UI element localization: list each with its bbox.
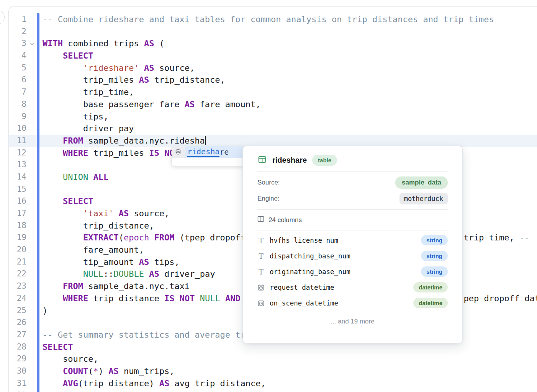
line-number: 11 <box>9 135 26 147</box>
code-line[interactable]: source, <box>43 353 537 365</box>
columns-icon <box>257 216 264 224</box>
column-type-badge: datetime <box>413 298 448 308</box>
string-type-icon: T <box>257 268 265 276</box>
line-number: 3 <box>9 38 26 50</box>
column-name: on_scene_datetime <box>270 299 338 307</box>
code-line[interactable]: base_passenger_fare AS fare_amount, <box>43 98 537 111</box>
code-line[interactable]: driver_pay <box>43 122 537 135</box>
code-line[interactable]: trip_miles AS trip_distance, <box>43 74 537 86</box>
text-cursor <box>205 136 206 145</box>
code-line[interactable]: FROM sample_data.nyc.ridesha <box>43 135 537 147</box>
line-number: 30 <box>9 365 26 377</box>
column-row: request_datetimedatetime <box>257 279 448 295</box>
column-name: request_datetime <box>270 284 334 291</box>
code-line[interactable]: AVG(trip_distance) AS avg_trip_distance, <box>43 377 537 390</box>
line-number: 21 <box>9 256 26 268</box>
line-number: 19 <box>9 232 26 244</box>
autocomplete-dropdown: rideshare <box>172 146 244 166</box>
line-number: 26 <box>9 317 26 329</box>
line-number: 9 <box>9 111 26 123</box>
column-type-badge: string <box>421 266 448 277</box>
line-number: 23 <box>9 280 26 292</box>
line-number: 6 <box>9 74 26 86</box>
column-type-badge: string <box>421 235 448 245</box>
column-type-badge: datetime <box>413 282 448 292</box>
table-name: rideshare <box>272 156 307 165</box>
line-number: 16 <box>9 195 26 207</box>
more-columns-label: ... and 19 more <box>257 313 448 325</box>
sidebar-toggle[interactable] <box>0 10 5 24</box>
line-number: 20 <box>9 244 26 256</box>
column-type-badge: string <box>421 251 448 261</box>
line-number: 28 <box>9 341 26 353</box>
code-line[interactable]: SELECT <box>43 50 537 62</box>
line-number: 2 <box>9 26 26 38</box>
code-line[interactable]: 'rideshare' AS source, <box>43 62 537 74</box>
autocomplete-item-rideshare[interactable]: rideshare <box>172 146 244 158</box>
code-line[interactable]: AVG(trip_time) AS avg_trip_duration, <box>43 389 537 392</box>
code-line[interactable]: COUNT(*) AS num_trips, <box>43 365 537 377</box>
engine-label: Engine: <box>257 195 280 203</box>
line-number: 31 <box>9 377 26 390</box>
code-line[interactable]: trip_time, <box>43 86 537 98</box>
source-label: Source: <box>257 179 280 186</box>
line-number: 15 <box>9 183 26 196</box>
string-type-icon: T <box>257 236 265 245</box>
code-line[interactable]: -- Combine rideshare and taxi tables for… <box>43 13 537 26</box>
code-line[interactable]: tips, <box>43 111 537 123</box>
table-icon <box>257 155 267 166</box>
line-number: 5 <box>9 62 26 74</box>
line-number: 7 <box>9 86 26 98</box>
line-number: 18 <box>9 220 26 232</box>
engine-row: Engine: motherduck <box>257 191 448 207</box>
source-value-badge: sample_data <box>395 176 448 189</box>
column-name: dispatching_base_num <box>270 252 350 260</box>
column-row: Thvfhs_license_numstring <box>257 232 448 248</box>
line-number: 24 <box>9 292 26 305</box>
column-row: Tdispatching_base_numstring <box>257 248 448 264</box>
string-type-icon: T <box>257 252 265 260</box>
query-cell-bar <box>37 13 39 392</box>
fold-chevron-icon[interactable] <box>28 38 36 50</box>
line-number: 12 <box>9 147 26 159</box>
line-number: 4 <box>9 50 26 62</box>
line-number: 22 <box>9 268 26 280</box>
line-number: 13 <box>9 159 26 171</box>
datetime-type-icon <box>257 299 265 307</box>
line-number: 1 <box>9 13 26 26</box>
line-number: 27 <box>9 329 26 341</box>
source-row: Source: sample_data <box>257 175 448 191</box>
datetime-type-icon <box>257 284 265 291</box>
line-number: 25 <box>9 305 26 317</box>
table-info-tooltip: rideshare table Source: sample_data Engi… <box>242 146 463 343</box>
code-line[interactable]: WITH combined_trips AS ( <box>43 38 537 50</box>
tooltip-header: rideshare table <box>257 146 448 172</box>
column-row: on_scene_datetimedatetime <box>257 295 448 311</box>
columns-count-label: 24 columns <box>268 216 302 224</box>
column-name: originating_base_num <box>270 268 350 276</box>
line-number: 14 <box>9 171 26 183</box>
database-icon <box>172 146 185 158</box>
line-number-gutter: 1234567891011121314151617181920212223242… <box>9 13 26 392</box>
autocomplete-item-label: rideshare <box>185 146 244 158</box>
column-row: Toriginating_base_numstring <box>257 264 448 279</box>
line-number: 32 <box>9 389 26 392</box>
line-number: 10 <box>9 122 26 135</box>
table-type-badge: table <box>312 155 337 166</box>
line-number: 8 <box>9 98 26 111</box>
columns-count-row: 24 columns <box>257 210 448 230</box>
code-line[interactable] <box>43 26 537 38</box>
column-name: hvfhs_license_num <box>270 237 338 244</box>
line-number: 17 <box>9 207 26 220</box>
line-number: 29 <box>9 353 26 365</box>
engine-value-badge: motherduck <box>399 193 448 204</box>
